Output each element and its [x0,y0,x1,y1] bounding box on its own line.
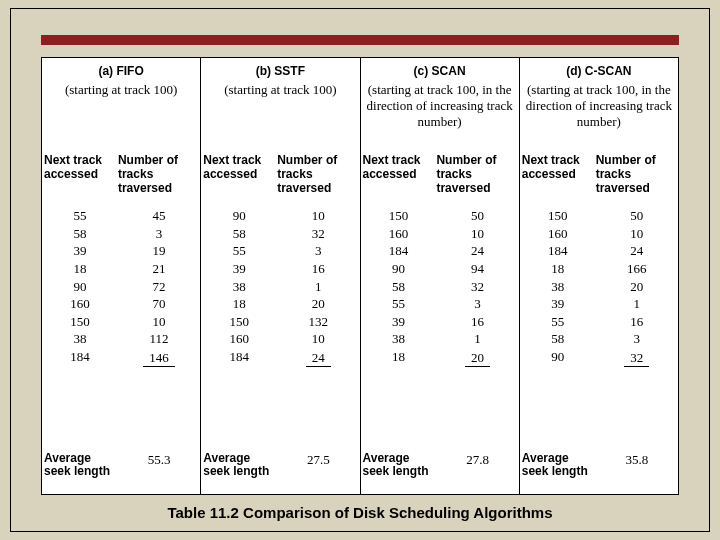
data-cell: 38 [551,278,564,296]
avg-value: 27.8 [436,452,518,490]
data-cell: 160 [548,225,568,243]
algo-title: (c) SCAN [361,58,519,82]
avg-value: 35.8 [596,452,678,490]
data-cell: 32 [624,349,649,368]
data-cell: 16 [471,313,484,331]
data-cell: 20 [465,349,490,368]
avg-value: 55.3 [118,452,200,490]
data-cell: 10 [630,225,643,243]
data-cell: 70 [153,295,166,313]
data-cell: 166 [627,260,647,278]
header-traversed: Number of tracks traversed [596,154,678,195]
data-cell: 150 [229,313,249,331]
data-cell: 39 [392,313,405,331]
data-cell: 24 [306,349,331,368]
header-traversed: Number of tracks traversed [436,154,518,195]
data-cell: 94 [471,260,484,278]
data-cell: 146 [143,349,175,368]
column-sstf: (b) SSTF (starting at track 100) Next tr… [201,58,360,494]
header-next-track: Next track accessed [42,154,118,195]
algo-title: (d) C-SCAN [520,58,678,82]
data-cell: 150 [548,207,568,225]
data-cell: 39 [233,260,246,278]
algo-title: (b) SSTF [201,58,359,82]
traversed-list: 5010249432316120 [436,207,518,446]
comparison-table: (a) FIFO (starting at track 100) Next tr… [41,57,679,495]
data-cell: 150 [70,313,90,331]
avg-label: Average seek length [361,452,437,490]
data-cell: 184 [389,242,409,260]
tracks-list: 150160184183839555890 [520,207,596,446]
data-cell: 10 [153,313,166,331]
data-cell: 50 [471,207,484,225]
data-cell: 90 [233,207,246,225]
traversed-list: 10323161201321024 [277,207,359,446]
data-cell: 16 [630,313,643,331]
data-cell: 38 [233,278,246,296]
data-cell: 39 [551,295,564,313]
header-next-track: Next track accessed [520,154,596,195]
data-cell: 18 [392,348,405,366]
data-cell: 72 [153,278,166,296]
data-cell: 24 [471,242,484,260]
avg-label: Average seek length [42,452,118,490]
data-cell: 18 [73,260,86,278]
data-cell: 184 [229,348,249,366]
start-condition: (starting at track 100) [42,82,200,154]
table-caption: Table 11.2 Comparison of Disk Scheduling… [11,504,709,521]
traversed-list: 4531921727010112146 [118,207,200,446]
data-cell: 55 [73,207,86,225]
data-cell: 55 [551,313,564,331]
data-cell: 58 [73,225,86,243]
data-cell: 45 [153,207,166,225]
start-condition: (starting at track 100, in the direction… [361,82,519,154]
traversed-list: 50102416620116332 [596,207,678,446]
column-fifo: (a) FIFO (starting at track 100) Next tr… [42,58,201,494]
data-cell: 3 [156,225,163,243]
data-cell: 184 [70,348,90,366]
data-cell: 90 [392,260,405,278]
data-cell: 1 [474,330,481,348]
data-cell: 160 [389,225,409,243]
data-cell: 38 [392,330,405,348]
data-cell: 50 [630,207,643,225]
data-cell: 19 [153,242,166,260]
data-cell: 3 [315,242,322,260]
data-cell: 38 [73,330,86,348]
tracks-list: 150160184905855393818 [361,207,437,446]
data-cell: 10 [312,207,325,225]
avg-label: Average seek length [520,452,596,490]
data-cell: 160 [229,330,249,348]
avg-label: Average seek length [201,452,277,490]
data-cell: 3 [474,295,481,313]
header-traversed: Number of tracks traversed [118,154,200,195]
data-cell: 10 [471,225,484,243]
data-cell: 18 [233,295,246,313]
header-next-track: Next track accessed [201,154,277,195]
data-cell: 39 [73,242,86,260]
data-cell: 55 [233,242,246,260]
header-next-track: Next track accessed [361,154,437,195]
accent-bar [41,35,679,45]
start-condition: (starting at track 100, in the direction… [520,82,678,154]
data-cell: 21 [153,260,166,278]
data-cell: 20 [312,295,325,313]
data-cell: 58 [551,330,564,348]
data-cell: 18 [551,260,564,278]
data-cell: 55 [392,295,405,313]
tracks-list: 905855393818150160184 [201,207,277,446]
data-cell: 58 [392,278,405,296]
avg-value: 27.5 [277,452,359,490]
header-traversed: Number of tracks traversed [277,154,359,195]
column-cscan: (d) C-SCAN (starting at track 100, in th… [520,58,678,494]
data-cell: 150 [389,207,409,225]
data-cell: 32 [312,225,325,243]
data-cell: 90 [551,348,564,366]
data-cell: 58 [233,225,246,243]
data-cell: 20 [630,278,643,296]
start-condition: (starting at track 100) [201,82,359,154]
data-cell: 24 [630,242,643,260]
tracks-list: 555839189016015038184 [42,207,118,446]
column-scan: (c) SCAN (starting at track 100, in the … [361,58,520,494]
data-cell: 132 [309,313,329,331]
